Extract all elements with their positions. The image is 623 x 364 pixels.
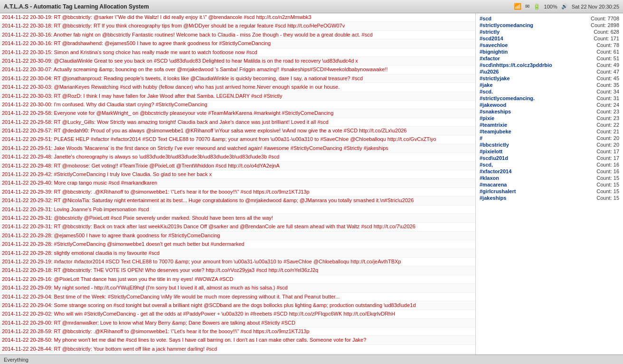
titlebar: A.T.L.A.S - Automatic Tag Learning Alloc…	[0, 0, 623, 13]
tweet-panel[interactable]: 2014-11-22 20-30-19: RT @bbcstrictly: @s…	[0, 13, 476, 364]
tweet-row: 2014-11-22 20-29-19: #xfactor #xfactor20…	[0, 258, 475, 266]
tag-row: #macarenaCount: 15	[479, 181, 620, 188]
tag-name: #pixie	[480, 115, 494, 121]
tag-count: Count: 20	[596, 142, 619, 148]
tag-count: Count: 2898	[591, 22, 619, 28]
tweet-row: 2014-11-22 20-29-39: RT @bbcstrictly: .@…	[0, 188, 475, 196]
tag-count: Count: 49	[596, 62, 619, 68]
tag-count: Count: 35	[596, 82, 619, 88]
tag-name: #xfactor2014	[480, 168, 511, 174]
datetime: Sat 22 Nov 20:30:25	[572, 4, 619, 9]
tag-row: #strictlyjakeCount: 45	[479, 75, 620, 82]
tweet-row: 2014-11-22 20-29-42: #StrictlyComeDancin…	[0, 170, 475, 179]
tag-name: #macarena	[480, 182, 507, 187]
tweet-row: 2014-11-22 20-29-28: @ejames500 I have t…	[0, 232, 475, 240]
tweet-row: 2014-11-22 20-30-04: RT @jonathanproud: …	[0, 75, 475, 83]
tweet-row: 2014-11-22 20-29-16: @PixieLott That dan…	[0, 275, 475, 284]
tag-count: Count: 15	[596, 188, 619, 194]
tweet-row: 2014-11-22 20-30-09: @ClaudiaWinkle Grea…	[0, 57, 475, 65]
tweet-row: 2014-11-22 20-29-48: Janette's choreogra…	[0, 153, 475, 161]
tag-count: Count: 34	[596, 89, 619, 94]
tweet-row: 2014-11-22 20-29-57: RT @dedah90: Proud …	[0, 127, 475, 135]
tag-count: Count: 16	[596, 162, 619, 168]
tag-panel[interactable]: #scdCount: 7708#strictlycomedancingCount…	[476, 13, 623, 364]
tag-row: #snakeshipsCount: 23	[479, 108, 620, 115]
tweet-row: 2014-11-22 20-29-40: More crap tango mus…	[0, 179, 475, 187]
tweet-row: 2014-11-22 20-30-19: RT @bbcstrictly: @s…	[0, 13, 475, 22]
tag-count: Count: 15	[596, 182, 619, 187]
tag-name: #strictlycomedancing.	[480, 95, 535, 101]
battery-percent: 100%	[544, 4, 557, 9]
tag-row: #xfactorCount: 51	[479, 55, 620, 62]
tag-row: #klaxonCount: 15	[479, 175, 620, 181]
tag-row: #teamtrixieCount: 22	[479, 121, 620, 128]
wifi-icon: 📶	[514, 3, 521, 10]
tag-row: #scd,Count: 16	[479, 161, 620, 168]
tag-name: #scd.	[480, 89, 493, 94]
tag-name: #jakeships	[480, 195, 506, 201]
tag-count: Count: 23	[596, 109, 619, 114]
titlebar-title: A.T.L.A.S - Automatic Tag Learning Alloc…	[4, 3, 149, 10]
tag-count: Count: 16	[596, 168, 619, 174]
tag-count: Count: 17	[596, 149, 619, 154]
titlebar-right: 📶 ✉ 🔋 100% 🔊 Sat 22 Nov 20:30:25	[514, 3, 619, 10]
tweet-row: 2014-11-22 20-29-04: Best time of the We…	[0, 293, 475, 301]
tag-count: Count: 78	[596, 42, 619, 48]
tag-row: #strictlyCount: 628	[479, 28, 620, 35]
tag-name: #teamjubeke	[480, 129, 511, 134]
tweet-row: 2014-11-22 20-29-04: Some strange scorin…	[0, 301, 475, 310]
tweet-row: 2014-11-22 20-28-59: RT @bbcstrictly: .@…	[0, 327, 475, 336]
tag-row: #pixieCount: 23	[479, 115, 620, 121]
tag-row: #\u2026Count: 47	[479, 68, 620, 75]
tag-row: #jakewoodCount: 24	[479, 102, 620, 108]
tweet-row: 2014-11-22 20-29-18: RT @bbcstrictly: TH…	[0, 266, 475, 275]
tag-count: Count: 15	[596, 195, 619, 201]
tweet-row: 2014-11-22 20-29-58: RT @Lucky_Gills: Wo…	[0, 118, 475, 127]
tweet-row: 2014-11-22 20-30-00: I'm confused. Why d…	[0, 101, 475, 109]
tweet-row: 2014-11-22 20-29-02: Who will win #Stric…	[0, 310, 475, 318]
tweet-row: 2014-11-22 20-29-51: Jake Woods 'Macaren…	[0, 144, 475, 153]
tweet-row: 2014-11-22 20-29-00: RT @mrdanwalker: Lo…	[0, 319, 475, 327]
tag-count: Count: 23	[596, 115, 619, 121]
tag-name: #scd\u201d	[480, 155, 508, 161]
tweet-row: 2014-11-22 20-29-51: PLEASE HELP #xfacto…	[0, 135, 475, 144]
tweet-row: 2014-11-22 20-30-18: RT @bbcstrictly: RT…	[0, 22, 475, 30]
tag-name: #savechloe	[480, 42, 508, 48]
tag-name: #\u2026	[480, 69, 499, 75]
tag-name: #strictly	[480, 29, 500, 35]
tag-count: Count: 45	[596, 75, 619, 81]
tweet-row: 2014-11-22 20-28-44: RT @bbcstrictly: Yo…	[0, 345, 475, 354]
tweet-row: 2014-11-22 20-30-16: RT @bradshawhend: @…	[0, 39, 475, 48]
tag-name: #strictlycomedancing	[480, 22, 533, 28]
tag-row: #jakeshipsCount: 15	[479, 195, 620, 201]
tag-count: Count: 171	[594, 36, 619, 41]
tag-row: #Count: 20	[479, 135, 620, 141]
tag-name: #snakeships	[480, 109, 511, 114]
tag-row: #pixielottCount: 17	[479, 148, 620, 155]
tweet-row: 2014-11-22 20-30-07: Actually screaming …	[0, 65, 475, 74]
tweet-row: 2014-11-22 20-29-28: slightly emotional …	[0, 249, 475, 258]
tweet-row: 2014-11-22 20-29-31: RT @bbcstrictly: Ba…	[0, 223, 475, 231]
email-icon: ✉	[525, 3, 529, 9]
tweet-row: 2014-11-22 20-29-31: Loving Joanne's Pob…	[0, 205, 475, 214]
battery-icon: 🔋	[533, 3, 540, 10]
main-content: 2014-11-22 20-30-19: RT @bbcstrictly: @s…	[0, 13, 623, 364]
tag-count: Count: 22	[596, 122, 619, 128]
tweet-row: 2014-11-22 20-28-50: My phone won't let …	[0, 336, 475, 345]
tag-count: Count: 51	[596, 56, 619, 61]
tag-row: #scd\u201dCount: 17	[479, 155, 620, 161]
tag-row: #teamjubekeCount: 21	[479, 128, 620, 135]
tag-name: #klaxon	[480, 175, 499, 181]
tag-row: #girlcrushalertCount: 15	[479, 188, 620, 195]
tag-row: #bbcstrictlyCount: 20	[479, 141, 620, 148]
tag-name: #scd,	[480, 162, 493, 168]
statusbar: Everything	[0, 355, 623, 364]
tag-name: #teamtrixie	[480, 122, 507, 128]
tag-count: Count: 7708	[591, 16, 619, 21]
tag-row: #scd2014Count: 171	[479, 35, 620, 42]
tag-row: #scd\nhttps://t.co/cz3pddrbioCount: 49	[479, 62, 620, 68]
tag-name: #scd2014	[480, 36, 503, 41]
tweet-row: 2014-11-22 20-29-28: #StrictlyComeDancin…	[0, 240, 475, 249]
tag-count: Count: 61	[596, 49, 619, 55]
tag-count: Count: 21	[596, 129, 619, 134]
